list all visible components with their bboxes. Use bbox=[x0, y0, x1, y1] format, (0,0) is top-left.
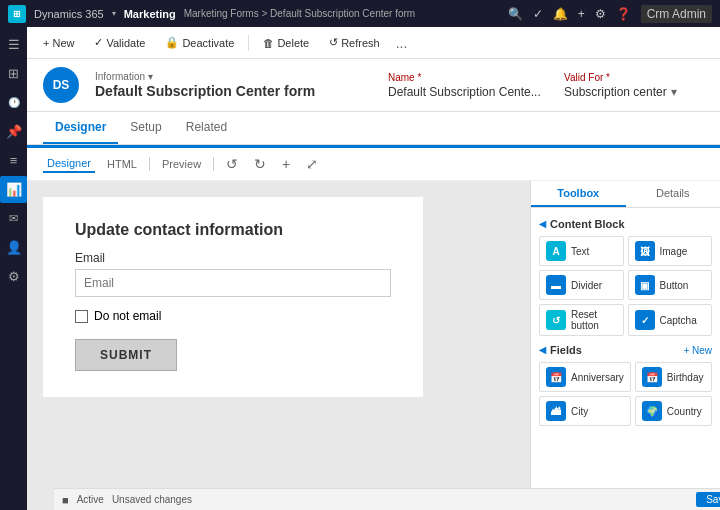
search-icon[interactable]: 🔍 bbox=[508, 7, 523, 21]
birthday-label: Birthday bbox=[667, 372, 704, 383]
button-icon: ▣ bbox=[635, 275, 655, 295]
anniversary-label: Anniversary bbox=[571, 372, 624, 383]
form-canvas: Update contact information Email Do not … bbox=[43, 197, 423, 397]
record-header: DS Information ▾ Default Subscription Ce… bbox=[27, 59, 720, 112]
email-input[interactable] bbox=[75, 269, 391, 297]
app-title[interactable]: Dynamics 365 bbox=[34, 8, 104, 20]
refresh-button[interactable]: ↺ Refresh bbox=[321, 33, 388, 52]
country-icon: 🌍 bbox=[642, 401, 662, 421]
top-nav: ⊞ Dynamics 365 ▾ Marketing Marketing For… bbox=[0, 0, 720, 27]
toolbox-tab-details[interactable]: Details bbox=[626, 181, 721, 207]
sidebar-icon-settings[interactable]: ⚙ bbox=[0, 263, 27, 290]
expand-button[interactable]: ⤢ bbox=[302, 154, 322, 174]
add-block-button[interactable]: + bbox=[278, 154, 294, 174]
plus-icon[interactable]: + bbox=[578, 7, 585, 21]
fields-arrow: ◀ bbox=[539, 345, 546, 355]
deactivate-button[interactable]: 🔒 Deactivate bbox=[157, 33, 242, 52]
new-button[interactable]: + New bbox=[35, 34, 82, 52]
valid-for-label: Valid For * bbox=[564, 72, 704, 83]
checkbox-label: Do not email bbox=[94, 309, 161, 323]
settings-icon[interactable]: ⚙ bbox=[595, 7, 606, 21]
country-label: Country bbox=[667, 406, 702, 417]
toolbox-item-city[interactable]: 🏙 City bbox=[539, 396, 631, 426]
record-entity: Information ▾ bbox=[95, 71, 372, 82]
tab-setup[interactable]: Setup bbox=[118, 112, 173, 144]
toolbox-panel: Toolbox Details ◀ Content Block A Text 🖼 bbox=[530, 181, 720, 510]
toolbox-item-button[interactable]: ▣ Button bbox=[628, 270, 713, 300]
toolbar-divider bbox=[248, 35, 249, 51]
deactivate-icon: 🔒 bbox=[165, 36, 179, 49]
toolbar: + New ✓ Validate 🔒 Deactivate 🗑 Delete ↺… bbox=[27, 27, 720, 59]
sidebar-icon-recent[interactable]: 🕐 bbox=[0, 89, 27, 116]
sidebar-icon-menu[interactable]: ☰ bbox=[0, 31, 27, 58]
refresh-icon: ↺ bbox=[329, 36, 338, 49]
validate-icon: ✓ bbox=[94, 36, 103, 49]
sidebar-icon-list[interactable]: ≡ bbox=[0, 147, 27, 174]
module-name: Marketing bbox=[124, 8, 176, 20]
redo-button[interactable]: ↻ bbox=[250, 154, 270, 174]
app-chevron[interactable]: ▾ bbox=[112, 9, 116, 18]
toolbox-item-divider[interactable]: ▬ Divider bbox=[539, 270, 624, 300]
sidebar-icon-email[interactable]: ✉ bbox=[0, 205, 27, 232]
captcha-label: Captcha bbox=[660, 315, 697, 326]
left-sidebar: ☰ ⊞ 🕐 📌 ≡ 📊 ✉ 👤 ⚙ bbox=[0, 27, 27, 510]
designer-tab-html[interactable]: HTML bbox=[103, 156, 141, 172]
undo-button[interactable]: ↺ bbox=[222, 154, 242, 174]
email-label: Email bbox=[75, 251, 391, 265]
nav-icons: 🔍 ✓ 🔔 + ⚙ ❓ Crm Admin bbox=[508, 5, 712, 23]
anniversary-icon: 📅 bbox=[546, 367, 566, 387]
task-icon[interactable]: ✓ bbox=[533, 7, 543, 21]
delete-icon: 🗑 bbox=[263, 37, 274, 49]
sidebar-icon-home[interactable]: ⊞ bbox=[0, 60, 27, 87]
submit-button[interactable]: SUBMIT bbox=[75, 339, 177, 371]
toolbox-item-birthday[interactable]: 📅 Birthday bbox=[635, 362, 712, 392]
validate-button[interactable]: ✓ Validate bbox=[86, 33, 153, 52]
fields-label: Fields bbox=[550, 344, 582, 356]
form-title: Update contact information bbox=[75, 221, 391, 239]
do-not-email-checkbox[interactable] bbox=[75, 310, 88, 323]
valid-for-value-row: Subscription center ▾ bbox=[564, 85, 704, 99]
fields-grid: 📅 Anniversary 📅 Birthday 🏙 City 🌍 Countr… bbox=[539, 362, 712, 426]
toolbox-body: ◀ Content Block A Text 🖼 Image ▬ Divider bbox=[531, 208, 720, 510]
toolbox-item-image[interactable]: 🖼 Image bbox=[628, 236, 713, 266]
form-canvas-area: Update contact information Email Do not … bbox=[27, 181, 530, 510]
unsaved-changes-label: Unsaved changes bbox=[112, 494, 192, 505]
designer-tab-preview[interactable]: Preview bbox=[158, 156, 205, 172]
toolbox-item-captcha[interactable]: ✓ Captcha bbox=[628, 304, 713, 336]
tabs-bar: Designer Setup Related bbox=[27, 112, 720, 145]
entity-chevron[interactable]: ▾ bbox=[148, 71, 153, 82]
divider-icon: ▬ bbox=[546, 275, 566, 295]
toolbox-item-anniversary[interactable]: 📅 Anniversary bbox=[539, 362, 631, 392]
toolbox-item-reset-button[interactable]: ↺ Reset button bbox=[539, 304, 624, 336]
toolbox-tab-toolbox[interactable]: Toolbox bbox=[531, 181, 626, 207]
valid-for-expand-icon[interactable]: ▾ bbox=[671, 85, 677, 99]
add-new-field-button[interactable]: + New bbox=[683, 345, 712, 356]
designer-tab-designer[interactable]: Designer bbox=[43, 155, 95, 173]
city-icon: 🏙 bbox=[546, 401, 566, 421]
sidebar-icon-dashboard[interactable]: 📊 bbox=[0, 176, 27, 203]
main-content: + New ✓ Validate 🔒 Deactivate 🗑 Delete ↺… bbox=[27, 27, 720, 510]
app-logo: ⊞ bbox=[8, 5, 26, 23]
bell-icon[interactable]: 🔔 bbox=[553, 7, 568, 21]
toolbar-more[interactable]: ... bbox=[392, 35, 412, 51]
delete-button[interactable]: 🗑 Delete bbox=[255, 34, 317, 52]
designer-sep2 bbox=[213, 157, 214, 171]
sidebar-icon-contact[interactable]: 👤 bbox=[0, 234, 27, 261]
text-label: Text bbox=[571, 246, 589, 257]
reset-button-label: Reset button bbox=[571, 309, 617, 331]
status-label: Active bbox=[77, 494, 104, 505]
text-icon: A bbox=[546, 241, 566, 261]
user-label[interactable]: Crm Admin bbox=[641, 5, 712, 23]
toolbox-item-text[interactable]: A Text bbox=[539, 236, 624, 266]
birthday-icon: 📅 bbox=[642, 367, 662, 387]
valid-for-value[interactable]: Subscription center bbox=[564, 85, 667, 99]
save-button[interactable]: Save bbox=[696, 492, 720, 507]
captcha-icon: ✓ bbox=[635, 310, 655, 330]
tab-designer[interactable]: Designer bbox=[43, 112, 118, 144]
image-label: Image bbox=[660, 246, 688, 257]
tab-related[interactable]: Related bbox=[174, 112, 239, 144]
toolbox-item-country[interactable]: 🌍 Country bbox=[635, 396, 712, 426]
name-field-value[interactable]: Default Subscription Cente... bbox=[388, 85, 548, 99]
sidebar-icon-pinned[interactable]: 📌 bbox=[0, 118, 27, 145]
help-icon[interactable]: ❓ bbox=[616, 7, 631, 21]
